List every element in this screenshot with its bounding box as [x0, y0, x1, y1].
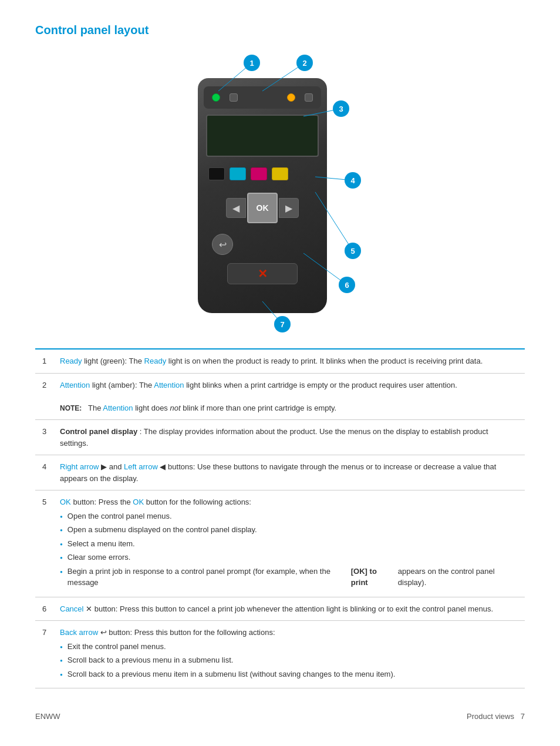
- list-item: Open the control panel menus.: [60, 510, 518, 522]
- row-content: Back arrow ↩ button: Press this button f…: [53, 621, 525, 688]
- row-number: 6: [35, 597, 53, 621]
- control-panel-display: [206, 115, 319, 157]
- back-arrow-button[interactable]: ↩: [212, 234, 233, 255]
- ink-yellow: [272, 167, 288, 180]
- left-arrow-label: Left arrow: [124, 462, 158, 471]
- table-row: 7 Back arrow ↩ button: Press this button…: [35, 621, 525, 688]
- callout-3: 3: [333, 100, 349, 117]
- table-row: 4 Right arrow ▶ and Left arrow ◀ buttons…: [35, 455, 525, 490]
- ok-button[interactable]: OK: [247, 193, 278, 223]
- ready-led: [212, 93, 220, 102]
- row-content: Right arrow ▶ and Left arrow ◀ buttons: …: [53, 455, 525, 490]
- ready-text: Ready: [60, 357, 82, 365]
- row-content: Attention light (amber): The Attention l…: [53, 373, 525, 420]
- right-arrow-button[interactable]: ▶: [279, 198, 299, 218]
- info-table: 1 Ready light (green): The Ready light i…: [35, 348, 525, 688]
- printer-diagram: ◀ OK ▶ ↩ ✕ 1: [151, 49, 409, 342]
- callout-5: 5: [345, 243, 361, 259]
- list-item: Scroll back to a previous menu in a subm…: [60, 654, 518, 666]
- table-row: 3 Control panel display : The display pr…: [35, 420, 525, 455]
- page-title: Control panel layout: [35, 23, 525, 37]
- row-number: 2: [35, 373, 53, 420]
- row-content: Ready light (green): The Ready light is …: [53, 349, 525, 373]
- row-number: 4: [35, 455, 53, 490]
- footer: ENWW Product views 7: [35, 706, 525, 721]
- list-item: Select a menu item.: [60, 538, 518, 550]
- back-arrow-label: Back arrow: [60, 628, 98, 637]
- callout-6: 6: [339, 277, 355, 293]
- list-item: Open a submenu displayed on the control …: [60, 524, 518, 536]
- callout-1: 1: [244, 55, 260, 71]
- callout-4: 4: [345, 172, 361, 189]
- footer-right: Product views 7: [467, 712, 525, 721]
- back-bullets: Exit the control panel menus. Scroll bac…: [60, 641, 518, 680]
- table-row: 2 Attention light (amber): The Attention…: [35, 373, 525, 420]
- ink-magenta: [251, 167, 267, 180]
- ink-black: [208, 167, 225, 180]
- list-item: Begin a print job in response to a contr…: [60, 566, 518, 589]
- row-content: Control panel display : The display prov…: [53, 420, 525, 455]
- row-number: 5: [35, 490, 53, 597]
- row-content: OK button: Press the OK button for the f…: [53, 490, 525, 597]
- list-item: Exit the control panel menus.: [60, 641, 518, 653]
- footer-left: ENWW: [35, 712, 60, 721]
- attention-led: [287, 93, 295, 102]
- x-icon: ✕: [258, 267, 268, 281]
- left-arrow-button[interactable]: ◀: [226, 198, 246, 218]
- list-item: Clear some errors.: [60, 552, 518, 563]
- row-number: 3: [35, 420, 53, 455]
- table-row: 1 Ready light (green): The Ready light i…: [35, 349, 525, 373]
- cancel-button[interactable]: ✕: [227, 263, 298, 284]
- ok-bullets: Open the control panel menus. Open a sub…: [60, 510, 518, 589]
- list-item: Scroll back to a previous menu item in a…: [60, 668, 518, 680]
- row-content: Cancel ✕ button: Press this button to ca…: [53, 597, 525, 621]
- table-row: 5 OK button: Press the OK button for the…: [35, 490, 525, 597]
- diagram-area: ◀ OK ▶ ↩ ✕ 1: [35, 49, 525, 342]
- ink-cyan: [230, 167, 246, 180]
- callout-2: 2: [296, 55, 313, 71]
- table-row: 6 Cancel ✕ button: Press this button to …: [35, 597, 525, 621]
- callout-7: 7: [274, 316, 291, 332]
- row-number: 7: [35, 621, 53, 688]
- right-arrow-label: Right arrow: [60, 462, 99, 471]
- row-number: 1: [35, 349, 53, 373]
